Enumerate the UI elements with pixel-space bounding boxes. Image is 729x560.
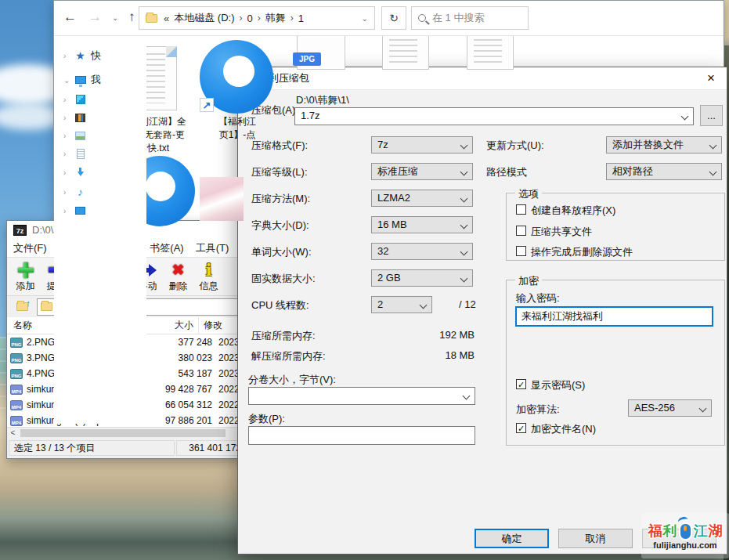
status-bar: 选定 13 / 13 个项目 361 401 172: [7, 438, 248, 458]
mouse-cord: [677, 515, 688, 526]
address-guillemet: «: [164, 13, 169, 24]
status-total-size: 361 401 172: [176, 440, 247, 456]
sidebar-item-documents[interactable]: ›: [63, 146, 157, 161]
back-icon[interactable]: ←: [63, 9, 77, 25]
image-thumbnail[interactable]: [200, 177, 244, 221]
chevron-down-icon: ⌄: [63, 76, 70, 85]
label-line: 【福利江: [200, 115, 275, 128]
chevron-right-icon: ›: [63, 207, 70, 215]
forward-icon[interactable]: →: [88, 9, 102, 25]
monitor-icon: [75, 76, 86, 84]
toolbar-label: 添加: [16, 280, 35, 293]
sidebar-item-this-pc[interactable]: ⌄我: [63, 72, 157, 88]
up-icon[interactable]: ↑: [128, 9, 135, 25]
ok-button[interactable]: 确定: [475, 529, 549, 548]
explorer-toolbar: ← → ⌄ ↑ « 本地磁盘 (D:) › 0 › 韩舞 › 1 ⌄ ↻ 在 1…: [54, 1, 724, 36]
status-selection: 选定 13 / 13 个项目: [9, 440, 175, 456]
up-folder-button[interactable]: ↑: [12, 298, 32, 316]
desktop-icon: [75, 207, 85, 215]
png-file-icon: PNG: [10, 353, 23, 363]
mp4-file-icon: MP4: [10, 416, 23, 426]
address-dropdown-icon[interactable]: ⌄: [362, 14, 368, 23]
watermark-char: 利: [663, 523, 677, 539]
chevron-right-icon: ›: [63, 168, 70, 177]
crumb-1[interactable]: 1: [298, 13, 304, 24]
nav-history-chevron-icon[interactable]: ⌄: [112, 13, 118, 22]
doc-fold: [166, 46, 177, 57]
crumb-0[interactable]: 0: [247, 13, 253, 24]
jpg-badge: JPG: [293, 52, 321, 66]
explorer-window: ← → ⌄ ↑ « 本地磁盘 (D:) › 0 › 韩舞 › 1 ⌄ ↻ 在 1…: [53, 0, 724, 423]
film-icon: [75, 114, 85, 122]
chevron-right-icon: ›: [63, 188, 70, 197]
parameters-input[interactable]: [248, 426, 475, 445]
sidebar-item-videos[interactable]: ›: [63, 110, 157, 125]
mp4-file-icon: MP4: [10, 385, 23, 395]
refresh-button[interactable]: ↻: [381, 6, 406, 30]
sevenzip-app-icon: 7z: [13, 225, 27, 236]
sidebar-item-3d-objects[interactable]: ›: [63, 92, 157, 107]
watermark-char: 江: [694, 523, 708, 539]
sidebar-item-downloads[interactable]: ›: [63, 164, 157, 180]
search-icon: [418, 14, 426, 22]
chevron-right-icon: ›: [63, 132, 70, 140]
chevron-right-icon: ›: [63, 96, 70, 104]
music-note-icon: ♪: [74, 186, 86, 197]
watermark-text: 福 利 江 湖: [648, 522, 723, 540]
crumb-separator: ›: [258, 13, 261, 23]
add-plus-icon: [18, 262, 34, 278]
address-bar[interactable]: « 本地磁盘 (D:) › 0 › 韩舞 › 1 ⌄: [139, 6, 375, 30]
star-icon: ★: [74, 50, 86, 61]
horizontal-scrollbar[interactable]: <: [7, 427, 248, 438]
sidebar-item-desktop[interactable]: ›: [63, 203, 157, 219]
shortcut-arrow-badge: ↗: [200, 98, 214, 112]
menu-file[interactable]: 文件(F): [13, 241, 47, 255]
cube-icon: [76, 95, 85, 104]
crumb-hanwu[interactable]: 韩舞: [265, 11, 286, 25]
picture-icon: [75, 132, 85, 140]
crumb-separator: ›: [240, 13, 243, 23]
add-button[interactable]: 添加: [10, 260, 41, 295]
watermark-char: 福: [648, 523, 662, 539]
sidebar-item-quick-access[interactable]: ›★快: [63, 48, 157, 63]
sidebar-item-label: 快: [91, 49, 101, 63]
watermark-logo: 福 利 江 湖 fulijianghu.com: [641, 513, 729, 558]
png-file-icon: PNG: [10, 338, 23, 348]
mp4-file-icon: MP4: [10, 400, 23, 410]
up-arrow-icon: ↑: [27, 298, 31, 308]
label-line: 页1】-点: [200, 128, 275, 142]
chevron-right-icon: ›: [63, 150, 70, 158]
browser-shortcut-label[interactable]: 【福利江 页1】-点: [200, 115, 275, 142]
download-arrow-icon: [78, 168, 84, 177]
cancel-button[interactable]: 取消: [558, 529, 633, 548]
folder-icon: [41, 302, 52, 311]
png-file-icon: PNG: [10, 369, 23, 379]
check-icon: ✓: [518, 424, 525, 433]
document-icon: [77, 149, 85, 159]
scroll-left-arrow[interactable]: <: [7, 428, 19, 437]
donut-hole: [223, 56, 254, 87]
mouse-icon: [679, 522, 692, 540]
sidebar-item-pictures[interactable]: ›: [63, 128, 157, 143]
scrollbar-thumb[interactable]: [20, 429, 226, 437]
encrypt-names-checkbox[interactable]: ✓: [516, 423, 526, 433]
explorer-sidebar: ›★快 ⌄我 › › › › › ›♪ ›: [54, 37, 146, 424]
chevron-right-icon: ›: [63, 114, 70, 122]
search-placeholder: 在 1 中搜索: [432, 11, 484, 25]
sidebar-item-music[interactable]: ›♪: [63, 184, 157, 200]
folder-icon: [146, 14, 157, 23]
search-box[interactable]: 在 1 中搜索: [411, 6, 529, 30]
crumb-drive[interactable]: 本地磁盘 (D:): [174, 11, 234, 25]
watermark-domain: fulijianghu.com: [653, 540, 716, 550]
encrypt-names-label[interactable]: 加密文件名(N): [531, 422, 596, 436]
refresh-icon: ↻: [389, 12, 399, 24]
chevron-right-icon: ›: [63, 52, 70, 60]
watermark-char: 湖: [709, 523, 723, 539]
crumb-separator: ›: [291, 13, 294, 23]
sidebar-item-label: 我: [91, 73, 101, 87]
